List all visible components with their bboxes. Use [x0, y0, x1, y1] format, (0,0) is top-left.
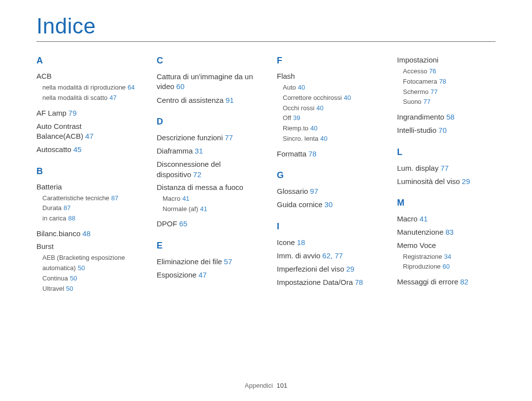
entry-flash: Flash	[277, 72, 375, 80]
index-columns: A ACB nella modalità di riproduzione64 n…	[36, 56, 496, 299]
column-3: F Flash Auto40 Correttore occhirossi40 O…	[277, 56, 375, 299]
sub-flash-3: Occhi rossi40	[277, 103, 375, 114]
entry-glossario: Glossario97	[277, 186, 375, 196]
entry-dpof: DPOF65	[157, 219, 255, 229]
entry-batteria: Batteria	[36, 183, 135, 191]
section-c: C	[157, 56, 255, 66]
entry-centro: Centro di assistenza91	[157, 95, 255, 105]
sub-flash-1: Auto40	[277, 83, 375, 93]
footer: Appendici 101	[0, 382, 532, 389]
entry-autocb: Auto Contrast Balance(ACB)47	[36, 122, 135, 142]
section-m: M	[397, 198, 496, 208]
sub-memo-1: Registrazione34	[397, 252, 496, 262]
entry-intelli: Intelli-studio70	[397, 125, 496, 135]
section-a: A	[36, 56, 135, 66]
sub-imp-2: Fotocamera78	[397, 77, 496, 87]
section-g: G	[277, 170, 375, 181]
entry-diaf: Diaframma31	[157, 146, 255, 156]
entry-impostazioni: Impostazioni	[397, 56, 496, 64]
section-l: L	[397, 147, 496, 157]
entry-imperf: Imperfezioni del viso29	[277, 264, 375, 274]
page-title: Indice	[36, 14, 496, 38]
entry-lumv: Luminosità del viso29	[397, 177, 496, 186]
sub-flash-5: Riemp.to40	[277, 123, 375, 134]
entry-aflamp: AF Lamp79	[36, 108, 135, 118]
sub-batt-2: Durata87	[36, 203, 135, 214]
entry-lumd: Lum. display77	[397, 163, 496, 173]
footer-label: Appendici	[245, 382, 273, 389]
section-d: D	[157, 117, 255, 127]
sub-imp-3: Schermo77	[397, 87, 496, 97]
sub-batt-3: in carica88	[36, 214, 135, 224]
sub-dist-1: Macro41	[157, 194, 255, 204]
sub-imp-1: Accesso76	[397, 66, 496, 77]
sub-acb-2: nella modalità di scatto47	[36, 93, 135, 103]
section-i: I	[277, 221, 375, 232]
sub-imp-4: Suono77	[397, 97, 496, 107]
sub-batt-1: Caratteristiche tecniche87	[36, 193, 135, 204]
entry-memo: Memo Voce	[397, 241, 496, 249]
entry-mess: Messaggi di errore82	[397, 277, 496, 287]
entry-manut: Manutenzione83	[397, 227, 496, 237]
title-rule	[36, 41, 496, 42]
sub-burst-1: AEB (Bracketing esposizione automatica)5…	[36, 253, 135, 274]
column-2: C Cattura di un'immagine da un video60 C…	[157, 56, 255, 299]
sub-burst-3: Ultravel50	[36, 284, 135, 294]
sub-burst-2: Continua50	[36, 274, 135, 284]
entry-esp: Esposizione47	[157, 270, 255, 280]
entry-ingr: Ingrandimento58	[397, 112, 496, 122]
entry-macro: Macro41	[397, 214, 496, 224]
entry-icone: Icone18	[277, 238, 375, 247]
sub-flash-2: Correttore occhirossi40	[277, 93, 375, 103]
column-1: A ACB nella modalità di riproduzione64 n…	[36, 56, 135, 299]
entry-cattura: Cattura di un'immagine da un video60	[157, 72, 255, 92]
sub-acb-1: nella modalità di riproduzione64	[36, 83, 135, 93]
entry-formatta: Formatta78	[277, 149, 375, 159]
entry-guida: Guida cornice30	[277, 200, 375, 210]
entry-dist: Distanza di messa a fuoco	[157, 183, 255, 191]
section-e: E	[157, 241, 255, 251]
entry-disc: Disconnessione del dispositivo72	[157, 159, 255, 180]
sub-memo-2: Riproduzione60	[397, 262, 496, 272]
entry-elim: Eliminazione dei file57	[157, 257, 255, 267]
sub-flash-4: Off39	[277, 113, 375, 123]
section-f: F	[277, 56, 375, 66]
entry-bilanc: Bilanc.bianco48	[36, 229, 135, 239]
sub-flash-6: Sincro. lenta40	[277, 134, 375, 144]
entry-burst: Burst	[36, 242, 135, 250]
sub-dist-2: Normale (af)41	[157, 204, 255, 215]
entry-acb: ACB	[36, 72, 135, 80]
section-b: B	[36, 166, 135, 177]
document-page: Indice A ACB nella modalità di riproduzi…	[0, 0, 532, 299]
footer-page: 101	[277, 382, 288, 389]
entry-autoscatto: Autoscatto45	[36, 145, 135, 154]
entry-immavvio: Imm. di avvio62, 77	[277, 251, 375, 261]
entry-impdo: Impostazione Data/Ora78	[277, 278, 375, 287]
column-4: Impostazioni Accesso76 Fotocamera78 Sche…	[397, 56, 496, 299]
entry-desc: Descrizione funzioni77	[157, 133, 255, 143]
